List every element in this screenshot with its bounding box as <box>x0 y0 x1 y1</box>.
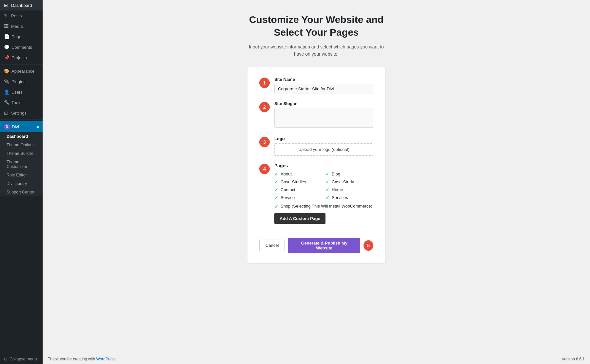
cancel-button[interactable]: Cancel <box>259 240 285 251</box>
divi-submenu: Dashboard Theme Options Theme Builder Th… <box>0 132 43 196</box>
divi-submenu-divi-library[interactable]: Divi Library <box>0 179 43 188</box>
appearance-icon: 🎨 <box>4 68 10 74</box>
page-blog[interactable]: ✓ Blog <box>325 172 373 177</box>
sidebar-item-plugins[interactable]: 🔌 Plugins <box>0 76 43 87</box>
divi-logo-icon: D <box>4 124 10 130</box>
sidebar-item-dashboard[interactable]: ⊞ Dashboard <box>0 0 43 10</box>
collapse-icon: ⊙ <box>4 356 8 361</box>
check-icon-home: ✓ <box>325 187 329 192</box>
collapse-menu-button[interactable]: ⊙ Collapse menu <box>0 354 43 364</box>
divi-submenu-theme-options[interactable]: Theme Options <box>0 141 43 149</box>
check-icon-case-studies: ✓ <box>274 179 278 185</box>
page-home[interactable]: ✓ Home <box>325 187 373 192</box>
check-icon-services: ✓ <box>325 195 329 200</box>
add-custom-page-button[interactable]: Add A Custom Page <box>274 213 325 224</box>
sidebar-item-media[interactable]: 🖼 Media <box>0 21 43 31</box>
sidebar-item-projects[interactable]: 📌 Projects <box>0 52 43 63</box>
plugins-icon: 🔌 <box>4 79 10 84</box>
tools-icon: 🔧 <box>4 100 10 105</box>
form-card: 1 Site Name 2 Site Slogan 3 Logo Upload … <box>247 67 385 263</box>
divi-chevron-icon: ◀ <box>36 125 39 129</box>
page-case-studies-label: Case-Studies <box>281 179 306 184</box>
generate-publish-button[interactable]: Generate & Publish My Website <box>288 238 360 253</box>
step-1-row: 1 Site Name <box>259 77 373 94</box>
step-5-badge: 5 <box>364 240 373 251</box>
page-service-label: Service <box>281 195 295 200</box>
check-icon-contact: ✓ <box>274 187 278 192</box>
check-icon-about: ✓ <box>274 172 278 177</box>
page-blog-label: Blog <box>332 172 340 176</box>
divi-submenu-support-center[interactable]: Support Center <box>0 188 43 196</box>
divi-submenu-dashboard[interactable]: Dashboard <box>0 132 43 141</box>
footer-version: Version 6.6.1 <box>562 357 585 361</box>
step-3-badge: 3 <box>259 137 270 147</box>
check-icon-service: ✓ <box>274 195 278 200</box>
comments-icon: 💬 <box>4 45 10 50</box>
check-icon-blog: ✓ <box>325 172 329 177</box>
sidebar-item-divi[interactable]: D Divi ◀ <box>0 121 43 132</box>
site-name-section: Site Name <box>274 77 373 94</box>
step-3-row: 3 Logo Upload your logo (optional) <box>259 136 373 156</box>
page-case-study[interactable]: ✓ Case-Study <box>325 179 373 185</box>
page-contact-label: Contact <box>281 187 295 192</box>
site-slogan-section: Site Slogan <box>274 101 373 129</box>
posts-icon: ✎ <box>4 13 9 18</box>
actions-row: Cancel Generate & Publish My Website 5 <box>259 238 373 253</box>
site-name-label: Site Name <box>274 77 373 82</box>
projects-icon: 📌 <box>4 55 10 60</box>
page-service[interactable]: ✓ Service <box>274 195 322 200</box>
step-1-badge: 1 <box>259 78 270 88</box>
site-name-input[interactable] <box>274 84 373 94</box>
logo-label: Logo <box>274 136 373 141</box>
page-services-label: Services <box>332 195 348 200</box>
page-subtitle: Input your website information and selec… <box>247 43 385 58</box>
sidebar-item-users[interactable]: 👤 Users <box>0 87 43 97</box>
check-icon-case-study: ✓ <box>325 179 329 185</box>
check-icon-shop: ✓ <box>274 204 278 209</box>
sidebar-item-appearance[interactable]: 🎨 Appearance <box>0 66 43 76</box>
page-contact[interactable]: ✓ Contact <box>274 187 322 192</box>
site-slogan-input[interactable] <box>274 108 373 128</box>
step-2-badge: 2 <box>259 102 270 112</box>
step-4-badge: 4 <box>259 164 270 174</box>
page-case-studies[interactable]: ✓ Case-Studies <box>274 179 322 185</box>
pages-section: Pages ✓ About ✓ Blog ✓ Case-Studies <box>274 163 373 230</box>
pages-icon: 📄 <box>4 34 10 39</box>
main-content: Customize Your Website andSelect Your Pa… <box>43 0 590 364</box>
sidebar: ⊞ Dashboard ✎ Posts 🖼 Media 📄 Pages 💬 Co… <box>0 0 43 364</box>
sidebar-item-posts[interactable]: ✎ Posts <box>0 10 43 21</box>
sidebar-item-tools[interactable]: 🔧 Tools <box>0 97 43 108</box>
settings-icon: ⊞ <box>4 110 9 116</box>
page-case-study-label: Case-Study <box>332 179 354 184</box>
page-about-label: About <box>281 172 292 176</box>
pages-label: Pages <box>274 163 373 168</box>
page-shop[interactable]: ✓ Shop (Selecting This Will Install WooC… <box>274 204 373 209</box>
page-title: Customize Your Website andSelect Your Pa… <box>249 13 384 39</box>
page-about[interactable]: ✓ About <box>274 172 322 177</box>
sidebar-item-comments[interactable]: 💬 Comments <box>0 42 43 52</box>
step-2-row: 2 Site Slogan <box>259 101 373 129</box>
pages-grid: ✓ About ✓ Blog ✓ Case-Studies ✓ Case-Stu… <box>274 172 373 200</box>
media-icon: 🖼 <box>4 24 9 29</box>
dashboard-icon: ⊞ <box>4 3 9 8</box>
site-slogan-label: Site Slogan <box>274 101 373 106</box>
step-4-row: 4 Pages ✓ About ✓ Blog ✓ Case-Studies <box>259 163 373 230</box>
page-services[interactable]: ✓ Services <box>325 195 373 200</box>
page-home-label: Home <box>332 187 343 192</box>
users-icon: 👤 <box>4 89 10 95</box>
footer-bar: Thank you for creating with WordPress. V… <box>43 354 590 364</box>
footer-left: Thank you for creating with WordPress. <box>48 357 117 361</box>
sidebar-item-settings[interactable]: ⊞ Settings <box>0 108 43 118</box>
divi-submenu-role-editor[interactable]: Role Editor <box>0 171 43 179</box>
sidebar-item-pages[interactable]: 📄 Pages <box>0 31 43 42</box>
divi-submenu-theme-customizer[interactable]: Theme Customizer <box>0 158 43 171</box>
divi-submenu-theme-builder[interactable]: Theme Builder <box>0 149 43 158</box>
wordpress-link[interactable]: WordPress <box>96 357 115 361</box>
page-shop-label: Shop (Selecting This Will Install WooCom… <box>281 204 372 209</box>
logo-upload-button[interactable]: Upload your logo (optional) <box>274 143 373 156</box>
logo-section: Logo Upload your logo (optional) <box>274 136 373 156</box>
